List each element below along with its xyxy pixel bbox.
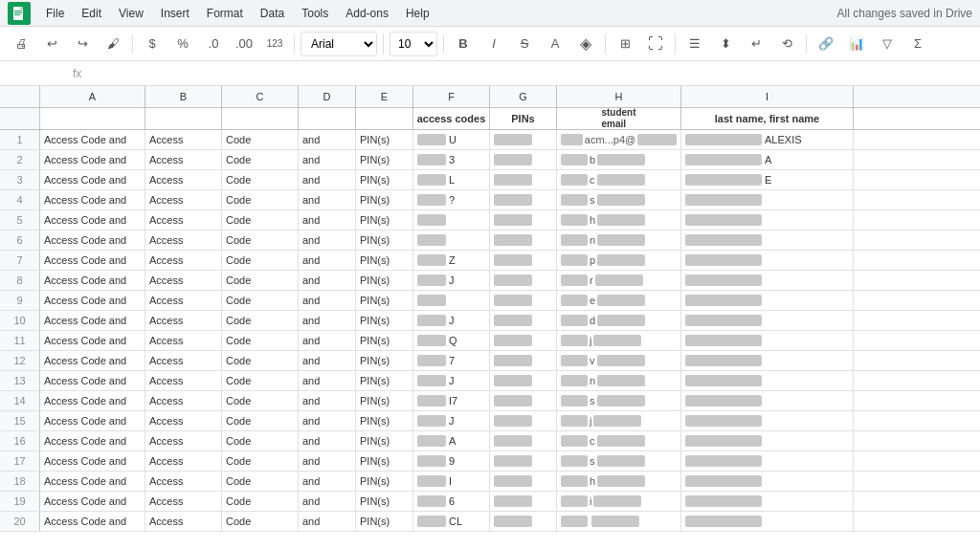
cell-f[interactable]: 6 [413,492,490,511]
cell-a[interactable]: Access Code and [40,170,145,189]
cell-i[interactable] [681,391,854,410]
cell-b[interactable]: Access [145,251,222,270]
cell-d[interactable]: and [299,351,356,370]
col-header-e[interactable]: E [356,86,413,107]
cell-a[interactable]: Access Code and [40,512,145,531]
cell-e[interactable]: PIN(s) [356,170,413,189]
cell-a[interactable]: Access Code and [40,251,145,270]
menu-view[interactable]: View [111,4,151,23]
table-row[interactable]: 7Access Code andAccessCodeandPIN(s)Zp [0,251,980,271]
paint-format-button[interactable]: 🖌 [100,31,126,57]
cell-f[interactable]: A [413,431,490,450]
table-row[interactable]: 13Access Code andAccessCodeandPIN(s)Jn [0,371,980,391]
table-row[interactable]: 20Access Code andAccessCodeandPIN(s)CL [0,512,980,532]
table-row[interactable]: 5Access Code andAccessCodeandPIN(s)h [0,210,980,231]
cell-c[interactable]: Code [222,150,299,169]
cell-g[interactable] [490,150,557,169]
cell-a[interactable]: Access Code and [40,431,145,450]
cell-c[interactable]: Code [222,291,299,310]
menu-insert[interactable]: Insert [153,4,197,23]
format-123-button[interactable]: 123 [261,31,288,57]
cell-f[interactable]: I [413,472,490,491]
cell-i[interactable] [681,451,854,471]
currency-button[interactable]: $ [139,31,166,57]
cell-d[interactable]: and [299,371,356,390]
cell-i[interactable] [681,371,854,390]
cell-f[interactable]: 9 [413,451,490,471]
cell-g[interactable] [490,472,557,491]
cell-c[interactable]: Code [222,170,299,189]
cell-f[interactable] [413,210,490,230]
cell-b[interactable]: Access [145,130,222,149]
cell-h[interactable]: j [557,411,681,430]
cell-g[interactable] [490,391,557,410]
cell-h[interactable]: n [557,231,681,250]
cell-c[interactable]: Code [222,371,299,390]
cell-i[interactable] [681,512,854,531]
link-button[interactable]: 🔗 [813,31,839,57]
cell-d[interactable]: and [299,451,356,471]
cell-a[interactable]: Access Code and [40,371,145,390]
table-row[interactable]: 4Access Code andAccessCodeandPIN(s)?s [0,190,980,210]
cell-i[interactable] [681,291,854,310]
cell-c[interactable]: Code [222,331,299,350]
cell-g[interactable] [490,512,557,531]
cell-e[interactable]: PIN(s) [356,190,413,209]
chart-button[interactable]: 📊 [843,31,870,57]
cell-d[interactable]: and [299,210,356,230]
cell-g[interactable] [490,411,557,430]
menu-file[interactable]: File [38,4,72,23]
cell-b[interactable]: Access [145,311,222,330]
cell-i[interactable]: E [681,170,854,189]
table-row[interactable]: 16Access Code andAccessCodeandPIN(s)Ac [0,431,980,451]
cell-f[interactable] [413,231,490,250]
cell-b[interactable]: Access [145,391,222,410]
cell-e[interactable]: PIN(s) [356,391,413,410]
cell-i[interactable]: A [681,150,854,169]
col-header-g[interactable]: G [490,86,557,107]
col-header-c[interactable]: C [222,86,299,107]
cell-b[interactable]: Access [145,331,222,350]
align-vert-button[interactable]: ⬍ [712,31,739,57]
cell-e[interactable]: PIN(s) [356,371,413,390]
cell-a[interactable]: Access Code and [40,331,145,350]
cell-c[interactable]: Code [222,492,299,511]
table-row[interactable]: 1Access Code andAccessCodeandPIN(s)Uacm.… [0,130,980,150]
menu-edit[interactable]: Edit [74,4,109,23]
cell-f[interactable]: 3 [413,150,490,169]
cell-a[interactable]: Access Code and [40,231,145,250]
cell-b[interactable]: Access [145,411,222,430]
cell-d[interactable]: and [299,331,356,350]
cell-a[interactable]: Access Code and [40,411,145,430]
cell-f[interactable]: CL [413,512,490,531]
cell-g[interactable] [490,351,557,370]
col-header-b[interactable]: B [145,86,222,107]
cell-b[interactable]: Access [145,472,222,491]
cell-h[interactable]: c [557,431,681,450]
table-row[interactable]: 9Access Code andAccessCodeandPIN(s)e [0,291,980,311]
filter-button[interactable]: ▽ [874,31,901,57]
wrap-button[interactable]: ↵ [743,31,769,57]
cell-h[interactable]: r [557,271,681,290]
cell-e[interactable]: PIN(s) [356,431,413,450]
cell-i[interactable] [681,411,854,430]
cell-a[interactable]: Access Code and [40,210,145,230]
cell-f[interactable]: L [413,170,490,189]
cell-a[interactable]: Access Code and [40,451,145,471]
cell-b[interactable]: Access [145,512,222,531]
cell-g[interactable] [490,130,557,149]
cell-h[interactable]: j [557,331,681,350]
cell-b[interactable]: Access [145,351,222,370]
cell-d[interactable]: and [299,431,356,450]
cell-i[interactable]: ALEXIS [681,130,854,149]
cell-a[interactable]: Access Code and [40,492,145,511]
cell-e[interactable]: PIN(s) [356,291,413,310]
cell-b[interactable]: Access [145,291,222,310]
cell-b[interactable]: Access [145,371,222,390]
cell-h[interactable]: s [557,451,681,471]
cell-h[interactable]: c [557,170,681,189]
cell-g[interactable] [490,210,557,230]
cell-e[interactable]: PIN(s) [356,472,413,491]
cell-g[interactable] [490,271,557,290]
col-header-d[interactable]: D [299,86,356,107]
